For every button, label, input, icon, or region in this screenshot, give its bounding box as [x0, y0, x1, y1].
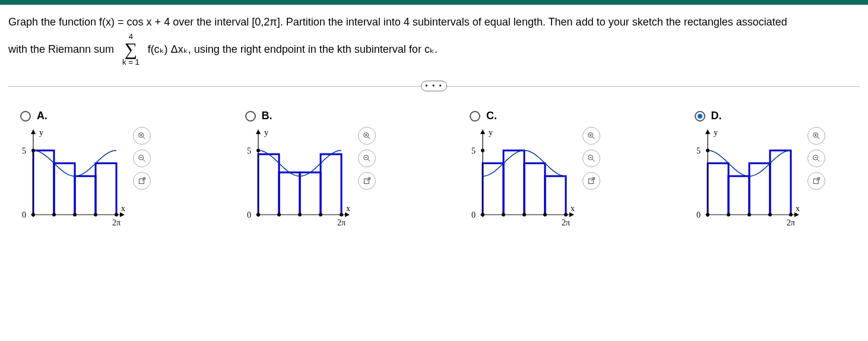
- riemann-rectangle: [749, 163, 770, 215]
- x-axis-label: x: [796, 204, 800, 213]
- x-axis-label: x: [571, 204, 575, 213]
- x-tick-dot: [298, 213, 302, 216]
- popout-icon[interactable]: [133, 172, 151, 190]
- y-axis-arrow-icon: [31, 129, 36, 134]
- x-tick-dot: [256, 213, 260, 216]
- y-tick-label: 5: [471, 146, 476, 155]
- svg-line-19: [592, 136, 594, 139]
- option-header: A.: [20, 110, 186, 122]
- graph-with-tools: 502πyx: [20, 127, 186, 228]
- radio-button[interactable]: [245, 111, 256, 122]
- y-origin-label: 0: [247, 211, 251, 219]
- radio-button[interactable]: [470, 111, 480, 122]
- sigma-icon: ∑: [125, 40, 137, 58]
- x-tick-label: 2π: [786, 218, 794, 227]
- question-line-2-post: f(cₖ) Δxₖ, using the right endpoint in t…: [148, 42, 438, 58]
- svg-line-26: [591, 178, 594, 181]
- answer-graph: 502πyx: [695, 127, 802, 228]
- y-axis-label: y: [714, 128, 718, 137]
- x-axis-arrow-icon: [794, 212, 799, 217]
- svg-line-5: [142, 159, 145, 161]
- radio-button[interactable]: [20, 111, 31, 122]
- zoom-out-icon[interactable]: [582, 149, 600, 167]
- x-tick-label: 2π: [562, 218, 570, 227]
- x-tick-dot: [340, 213, 343, 216]
- zoom-out-icon[interactable]: [358, 149, 376, 167]
- x-tick-dot: [522, 213, 526, 216]
- y-tick-label: 5: [247, 146, 251, 155]
- x-tick-dot: [481, 213, 484, 216]
- svg-line-1: [142, 136, 145, 139]
- x-tick-dot: [31, 213, 35, 216]
- y-axis-label: y: [264, 128, 268, 137]
- x-tick-dot: [73, 213, 77, 216]
- y-origin-label: 0: [696, 211, 701, 219]
- answer-option: A. 502πyx: [20, 110, 186, 228]
- riemann-rectangle: [483, 163, 503, 215]
- riemann-rectangle: [300, 173, 321, 215]
- expand-button[interactable]: • • •: [421, 81, 447, 91]
- riemann-rectangle: [728, 176, 749, 215]
- graph-with-tools: 502πyx: [695, 127, 860, 228]
- zoom-in-icon[interactable]: [358, 127, 376, 145]
- zoom-in-icon[interactable]: [582, 127, 600, 145]
- x-tick-dot: [115, 213, 118, 216]
- answer-option: D. 502πyx: [695, 110, 860, 228]
- y-axis-arrow-icon: [705, 129, 710, 134]
- summation-symbol: 4 ∑ k = 1: [122, 33, 140, 66]
- option-label: C.: [486, 110, 497, 122]
- riemann-rectangle: [279, 173, 300, 215]
- riemann-rectangle: [75, 176, 96, 215]
- option-label: D.: [711, 110, 722, 122]
- answer-graph: 502πyx: [245, 127, 352, 228]
- y-tick-dot: [256, 149, 260, 152]
- answer-graph: 502πyx: [20, 127, 127, 228]
- x-tick-dot: [768, 213, 772, 216]
- graph-tools: [133, 127, 151, 190]
- x-axis-label: x: [346, 204, 350, 213]
- x-tick-dot: [502, 213, 505, 216]
- x-tick-dot: [543, 213, 547, 216]
- riemann-rectangle: [96, 163, 116, 215]
- option-label: A.: [37, 110, 47, 122]
- riemann-rectangle: [54, 163, 75, 215]
- option-label: B.: [262, 110, 273, 122]
- sum-lower-limit: k = 1: [122, 58, 140, 66]
- popout-icon[interactable]: [807, 172, 825, 190]
- zoom-out-icon[interactable]: [133, 149, 151, 167]
- option-header: C.: [470, 110, 635, 122]
- y-axis-arrow-icon: [480, 129, 485, 134]
- y-origin-label: 0: [22, 211, 26, 219]
- y-tick-dot: [31, 149, 35, 152]
- zoom-in-icon[interactable]: [133, 127, 151, 145]
- popout-icon[interactable]: [358, 172, 376, 190]
- option-header: D.: [695, 110, 860, 122]
- question-line-2-pre: with the Riemann sum: [8, 42, 114, 58]
- x-tick-label: 2π: [337, 218, 345, 227]
- y-tick-dot: [481, 149, 484, 152]
- y-axis-label: y: [39, 128, 43, 137]
- zoom-out-icon[interactable]: [807, 149, 825, 167]
- x-tick-dot: [747, 213, 751, 216]
- answer-graph: 502πyx: [470, 127, 576, 228]
- y-tick-label: 5: [696, 146, 701, 155]
- y-axis-label: y: [489, 128, 493, 137]
- x-tick-dot: [277, 213, 281, 216]
- riemann-rectangle: [545, 176, 566, 215]
- x-axis-arrow-icon: [120, 212, 125, 217]
- answer-option: B. 502πyx: [245, 110, 411, 228]
- answer-options-row: A. 502πyx B. 502πyx C.: [8, 110, 860, 228]
- question-text: Graph the function f(x) = cos x + 4 over…: [8, 14, 860, 66]
- svg-line-35: [816, 178, 819, 181]
- svg-line-10: [368, 136, 370, 139]
- radio-button[interactable]: [695, 111, 705, 122]
- header-accent-bar: [0, 0, 868, 5]
- x-axis-label: x: [121, 204, 125, 213]
- zoom-in-icon[interactable]: [807, 127, 825, 145]
- x-tick-dot: [94, 213, 97, 216]
- y-origin-label: 0: [471, 211, 476, 219]
- svg-line-14: [368, 159, 370, 161]
- riemann-rectangle: [258, 154, 279, 215]
- y-tick-label: 5: [22, 146, 26, 155]
- popout-icon[interactable]: [582, 172, 600, 190]
